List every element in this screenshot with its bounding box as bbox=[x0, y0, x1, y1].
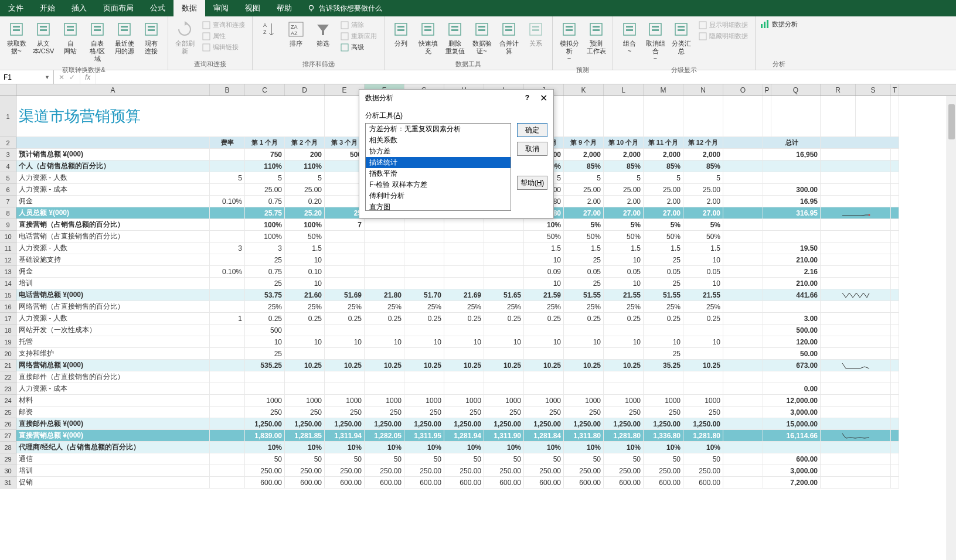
val-cell[interactable] bbox=[484, 231, 524, 243]
val-cell[interactable]: 250 bbox=[564, 407, 604, 418]
val-cell[interactable]: 10 bbox=[604, 278, 644, 289]
val-cell[interactable] bbox=[484, 325, 524, 336]
val-cell[interactable]: 2.00 bbox=[604, 196, 644, 207]
val-cell[interactable]: 0.25 bbox=[325, 313, 365, 325]
sparkline-cell[interactable] bbox=[821, 371, 891, 383]
row-header-19[interactable]: 19 bbox=[0, 336, 16, 348]
val-cell[interactable]: 250 bbox=[365, 407, 404, 418]
row-header-13[interactable]: 13 bbox=[0, 266, 16, 278]
val-cell[interactable]: 0.25 bbox=[524, 313, 564, 325]
label-cell[interactable]: 直接邮件总额 ¥(000) bbox=[16, 418, 210, 430]
header-15[interactable]: 总计 bbox=[763, 137, 821, 149]
val-cell[interactable]: 10 bbox=[285, 336, 325, 348]
col-header-O[interactable]: O bbox=[723, 84, 763, 95]
row-header-3[interactable]: 3 bbox=[0, 149, 16, 161]
val-cell[interactable]: 10 bbox=[644, 336, 683, 348]
val-cell[interactable]: 2.00 bbox=[644, 196, 683, 207]
col-header-R[interactable]: R bbox=[821, 84, 856, 95]
rate-cell[interactable] bbox=[210, 289, 245, 301]
sparkline-cell[interactable] bbox=[821, 161, 891, 172]
ok-button[interactable]: 确定 bbox=[517, 123, 547, 137]
row-header-29[interactable]: 29 bbox=[0, 453, 16, 465]
val-cell[interactable] bbox=[564, 383, 604, 395]
sparkline-cell[interactable] bbox=[821, 196, 891, 207]
val-cell[interactable]: 1000 bbox=[524, 395, 564, 407]
val-cell[interactable] bbox=[444, 231, 484, 243]
analysis-tool-item[interactable]: 描述统计 bbox=[366, 157, 511, 168]
val-cell[interactable] bbox=[564, 348, 604, 360]
sparkline-cell[interactable] bbox=[821, 430, 891, 442]
val-cell[interactable] bbox=[484, 243, 524, 254]
val-cell[interactable]: 25.00 bbox=[644, 184, 683, 196]
get-data-0[interactable]: 获取数据~ bbox=[4, 19, 29, 56]
col-header-T[interactable]: T bbox=[891, 84, 899, 95]
header-13[interactable]: 第 12 个月 bbox=[683, 137, 723, 149]
val-cell[interactable]: 1,250.00 bbox=[404, 418, 444, 430]
val-cell[interactable]: 21.55 bbox=[683, 289, 723, 301]
val-cell[interactable] bbox=[404, 219, 444, 231]
val-cell[interactable] bbox=[444, 383, 484, 395]
val-cell[interactable] bbox=[524, 348, 564, 360]
dialog-close-button[interactable]: ✕ bbox=[536, 93, 551, 104]
val-cell[interactable]: 0.25 bbox=[564, 313, 604, 325]
val-cell[interactable]: 25% bbox=[245, 301, 285, 313]
val-cell[interactable]: 1,839.00 bbox=[245, 430, 285, 442]
val-cell[interactable]: 2.00 bbox=[683, 196, 723, 207]
row-header-25[interactable]: 25 bbox=[0, 407, 16, 418]
sparkline-cell[interactable] bbox=[821, 149, 891, 161]
val-cell[interactable]: 10.25 bbox=[404, 360, 444, 371]
val-cell[interactable]: 10 bbox=[604, 336, 644, 348]
val-cell[interactable] bbox=[285, 348, 325, 360]
val-cell[interactable]: 10.25 bbox=[604, 360, 644, 371]
val-cell[interactable]: 5 bbox=[245, 172, 285, 184]
analysis-tool-item[interactable]: 傅利叶分析 bbox=[366, 190, 511, 202]
val-cell[interactable] bbox=[365, 278, 404, 289]
val-cell[interactable]: 50 bbox=[404, 453, 444, 465]
menu-视图[interactable]: 视图 bbox=[237, 0, 268, 16]
val-cell[interactable]: 1,281.94 bbox=[444, 430, 484, 442]
ol-2[interactable]: 分类汇总 bbox=[668, 19, 694, 64]
val-cell[interactable]: 1,250.00 bbox=[564, 418, 604, 430]
val-cell[interactable]: 10% bbox=[564, 442, 604, 453]
sparkline-cell[interactable] bbox=[821, 278, 891, 289]
val-cell[interactable]: 1,281.80 bbox=[604, 430, 644, 442]
val-cell[interactable]: 25% bbox=[484, 301, 524, 313]
row-header-22[interactable]: 22 bbox=[0, 371, 16, 383]
val-cell[interactable]: 50 bbox=[325, 453, 365, 465]
total-cell[interactable]: 2.16 bbox=[763, 266, 821, 278]
val-cell[interactable]: 10.25 bbox=[484, 360, 524, 371]
val-cell[interactable] bbox=[444, 266, 484, 278]
total-cell[interactable] bbox=[763, 161, 821, 172]
val-cell[interactable]: 1,311.90 bbox=[484, 430, 524, 442]
sort-button[interactable]: ZAAZ排序 bbox=[283, 19, 309, 49]
menu-开始[interactable]: 开始 bbox=[32, 0, 63, 16]
total-cell[interactable]: 500.00 bbox=[763, 325, 821, 336]
val-cell[interactable] bbox=[444, 371, 484, 383]
val-cell[interactable]: 5 bbox=[564, 172, 604, 184]
val-cell[interactable]: 1.5 bbox=[564, 243, 604, 254]
label-cell[interactable]: 网络营销总额 ¥(000) bbox=[16, 360, 210, 371]
sparkline-cell[interactable] bbox=[821, 325, 891, 336]
row-header-12[interactable]: 12 bbox=[0, 254, 16, 266]
name-box[interactable]: F1 ▼ bbox=[0, 70, 54, 84]
get-data-5[interactable]: 现有连接 bbox=[138, 19, 164, 56]
total-cell[interactable]: 19.50 bbox=[763, 243, 821, 254]
label-cell[interactable]: 人力资源 - 成本 bbox=[16, 383, 210, 395]
rate-cell[interactable]: 0.10% bbox=[210, 196, 245, 207]
val-cell[interactable] bbox=[325, 254, 365, 266]
val-cell[interactable]: 600.00 bbox=[524, 477, 564, 489]
val-cell[interactable]: 0.25 bbox=[285, 313, 325, 325]
analysis-tool-item[interactable]: 方差分析：无重复双因素分析 bbox=[366, 124, 511, 135]
val-cell[interactable]: 0.25 bbox=[444, 313, 484, 325]
val-cell[interactable] bbox=[325, 325, 365, 336]
val-cell[interactable]: 1000 bbox=[245, 395, 285, 407]
val-cell[interactable]: 100% bbox=[245, 219, 285, 231]
sparkline-cell[interactable] bbox=[821, 407, 891, 418]
val-cell[interactable]: 250 bbox=[604, 407, 644, 418]
val-cell[interactable]: 0.09 bbox=[524, 266, 564, 278]
val-cell[interactable] bbox=[365, 325, 404, 336]
col-header-N[interactable]: N bbox=[683, 84, 723, 95]
sparkline-cell[interactable] bbox=[821, 360, 891, 371]
val-cell[interactable] bbox=[325, 266, 365, 278]
total-cell[interactable]: 3.00 bbox=[763, 313, 821, 325]
